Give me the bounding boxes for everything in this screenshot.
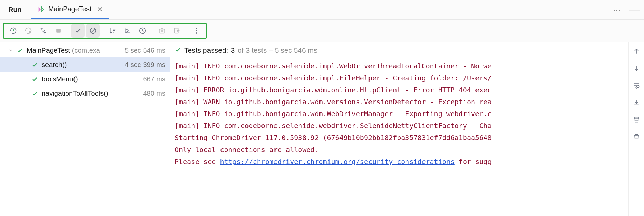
rerun-button[interactable]: [6, 24, 20, 38]
svg-point-7: [196, 28, 197, 29]
svg-point-8: [196, 30, 197, 31]
test-toolbar: [3, 23, 207, 39]
more-toolbar-icon[interactable]: [190, 24, 203, 38]
scroll-to-end-icon[interactable]: [632, 98, 641, 107]
test-duration: 5 sec 546 ms: [125, 46, 165, 54]
test-class-qualifier: (com.exa: [72, 46, 100, 54]
svg-point-5: [161, 30, 163, 32]
test-class-name: MainPageTest: [27, 46, 70, 54]
pass-icon: [16, 47, 23, 54]
pass-icon: [31, 61, 38, 68]
toolbar-separator: [187, 25, 187, 36]
rerun-failed-button[interactable]: [22, 24, 35, 38]
test-duration: 667 ms: [143, 75, 165, 83]
summary-passed-count: 3: [231, 46, 235, 54]
chevron-down-icon[interactable]: [8, 46, 14, 54]
tab-mainpagetest[interactable]: MainPageTest ✕: [31, 0, 109, 19]
svg-point-0: [29, 31, 31, 33]
run-config-icon: [37, 5, 45, 13]
import-button[interactable]: [170, 24, 184, 38]
expand-collapse-button[interactable]: [121, 24, 134, 38]
toolbar-container: [0, 20, 644, 42]
panel-title: Run: [8, 6, 22, 14]
svg-point-9: [196, 32, 197, 34]
console-output: Tests passed: 3 of 3 tests – 5 sec 546 m…: [170, 42, 628, 216]
scroll-down-icon[interactable]: [632, 64, 641, 73]
toolbar-separator: [152, 25, 152, 36]
svg-rect-1: [56, 29, 61, 33]
clear-icon[interactable]: [632, 132, 641, 141]
show-ignored-button[interactable]: [86, 24, 100, 38]
test-row-toolsmenu[interactable]: toolsMenu() 667 ms: [0, 72, 170, 86]
run-panel-header: Run MainPageTest ✕ ⋮ —: [0, 0, 644, 20]
history-button[interactable]: [136, 24, 149, 38]
tab-label: MainPageTest: [48, 5, 92, 13]
summary-details: of 3 tests – 5 sec 546 ms: [238, 46, 317, 54]
test-method-name: toolsMenu(): [42, 75, 78, 83]
minimize-icon[interactable]: —: [629, 4, 640, 15]
sort-button[interactable]: [106, 24, 119, 38]
screenshot-button[interactable]: [155, 24, 169, 38]
pass-icon: [31, 76, 38, 82]
test-row-navigation[interactable]: navigationToAllTools() 480 ms: [0, 86, 170, 100]
test-method-name: navigationToAllTools(): [42, 90, 108, 97]
close-icon[interactable]: ✕: [97, 5, 103, 13]
svg-rect-4: [159, 29, 165, 33]
test-duration: 480 ms: [143, 90, 165, 97]
toggle-auto-test-button[interactable]: [37, 24, 50, 38]
soft-wrap-icon[interactable]: [632, 81, 641, 90]
test-row-search[interactable]: search() 4 sec 399 ms: [0, 57, 170, 72]
pass-icon: [31, 90, 38, 97]
scroll-up-icon[interactable]: [632, 46, 641, 56]
console-gutter: [628, 42, 644, 216]
console-log[interactable]: [main] INFO com.codeborne.selenide.impl.…: [175, 60, 623, 168]
print-icon[interactable]: [632, 115, 641, 124]
pass-icon: [175, 46, 182, 55]
security-link[interactable]: https://chromedriver.chromium.org/securi…: [220, 158, 454, 166]
test-duration: 4 sec 399 ms: [125, 61, 165, 69]
test-root-row[interactable]: MainPageTest (com.exa 5 sec 546 ms: [0, 43, 170, 57]
toolbar-separator: [103, 25, 103, 36]
test-method-name: search(): [42, 61, 67, 69]
show-passed-button[interactable]: [71, 24, 85, 38]
more-options-icon[interactable]: ⋮: [613, 6, 621, 13]
summary-prefix: Tests passed:: [184, 46, 228, 54]
stop-button[interactable]: [52, 24, 65, 38]
toolbar-separator: [68, 25, 68, 36]
test-summary: Tests passed: 3 of 3 tests – 5 sec 546 m…: [175, 44, 623, 57]
test-tree: MainPageTest (com.exa 5 sec 546 ms searc…: [0, 42, 170, 216]
